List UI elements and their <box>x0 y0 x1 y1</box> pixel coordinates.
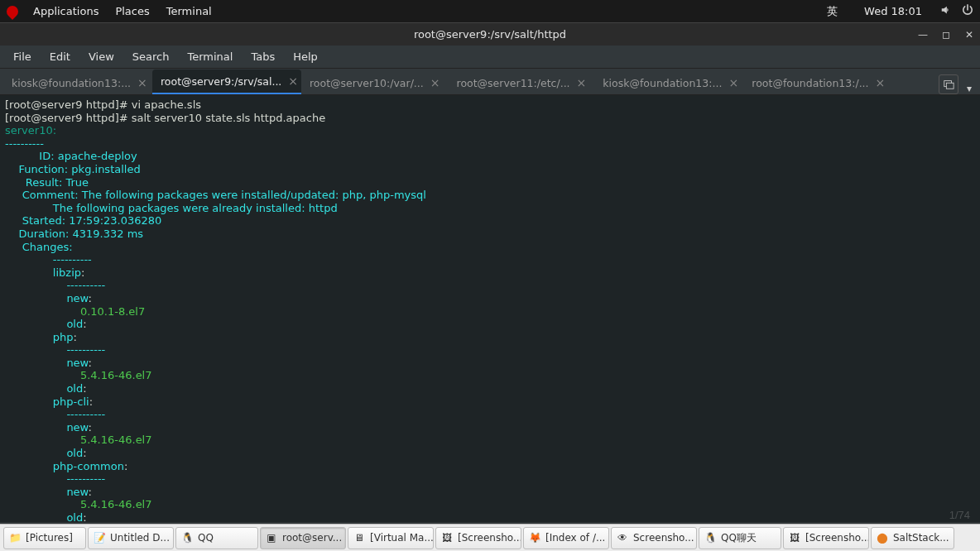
firefox-icon: ⬤ <box>876 531 889 544</box>
terminal-tabstrip: kiosk@foundation13:...× root@server9:/sr… <box>0 69 980 95</box>
close-icon[interactable]: × <box>728 76 738 89</box>
taskbar: 📁[Pictures] 📝Untitled D... 🐧QQ ▣root@ser… <box>0 524 980 551</box>
terminal-tab[interactable]: root@server11:/etc/...× <box>449 71 595 94</box>
menu-file[interactable]: File <box>5 47 40 66</box>
ime-indicator[interactable]: 英 <box>819 4 846 19</box>
edit-icon: 📝 <box>93 531 106 544</box>
close-button[interactable]: ✕ <box>963 29 975 41</box>
task-item[interactable]: 🐧QQ聊天 <box>699 527 781 549</box>
image-icon: 🖼 <box>788 531 801 544</box>
new-tab-button[interactable] <box>939 74 958 94</box>
task-item[interactable]: 🖥[Virtual Ma... <box>348 527 434 549</box>
vm-icon: 🖥 <box>353 531 366 544</box>
close-icon[interactable]: × <box>876 76 886 89</box>
image-icon: 🖼 <box>440 531 454 544</box>
menu-terminal[interactable]: Terminal <box>179 47 241 66</box>
tab-menu-button[interactable]: ▾ <box>962 83 977 94</box>
close-icon[interactable]: × <box>577 76 587 89</box>
maximize-button[interactable]: ◻ <box>940 29 952 41</box>
power-icon[interactable] <box>962 4 973 18</box>
folder-icon: 📁 <box>8 531 22 544</box>
window-title: root@server9:/srv/salt/httpd <box>414 28 566 41</box>
terminal-tab[interactable]: kiosk@foundation13:...× <box>594 71 743 94</box>
window-titlebar: root@server9:/srv/salt/httpd — ◻ ✕ <box>0 22 980 46</box>
close-icon[interactable]: × <box>288 74 298 88</box>
svg-rect-1 <box>946 83 954 89</box>
redhat-logo-icon <box>4 3 21 20</box>
task-item[interactable]: ▣root@serv... <box>260 527 346 549</box>
terminal-icon: ▣ <box>265 531 278 544</box>
task-item[interactable]: 📁[Pictures] <box>3 527 86 549</box>
menubar: File Edit View Search Terminal Tabs Help <box>0 46 980 69</box>
clock[interactable]: Wed 18:01 <box>856 5 930 17</box>
terminal-tab[interactable]: root@foundation13:/...× <box>743 71 892 94</box>
menu-view[interactable]: View <box>80 47 122 66</box>
eye-icon: 👁 <box>616 531 629 544</box>
task-item[interactable]: 🖼[Screensho... <box>783 527 869 549</box>
watermark: 1/74 <box>949 509 970 521</box>
terminal-tab[interactable]: kiosk@foundation13:...× <box>3 71 152 94</box>
qq-icon: 🐧 <box>704 531 717 544</box>
task-item[interactable]: 🦊[Index of /... <box>523 527 609 549</box>
minimize-button[interactable]: — <box>917 29 929 41</box>
task-item[interactable]: 📝Untitled D... <box>88 527 174 549</box>
close-icon[interactable]: × <box>430 76 440 89</box>
terminal-output[interactable]: [root@server9 httpd]# vi apache.sls [roo… <box>0 95 980 522</box>
task-item[interactable]: 🖼[Screensho... <box>435 527 521 549</box>
close-icon[interactable]: × <box>137 76 147 89</box>
menu-tabs[interactable]: Tabs <box>243 47 283 66</box>
terminal-tab[interactable]: root@server10:/var/...× <box>301 71 449 94</box>
firefox-icon: 🦊 <box>528 531 541 544</box>
task-item[interactable]: 🐧QQ <box>175 527 258 549</box>
menu-edit[interactable]: Edit <box>41 47 79 66</box>
menu-help[interactable]: Help <box>285 47 326 66</box>
volume-icon[interactable] <box>940 4 952 18</box>
qq-icon: 🐧 <box>180 531 194 544</box>
terminal-tab[interactable]: root@server9:/srv/sal...× <box>152 69 301 94</box>
task-item[interactable]: 👁Screensho... <box>611 527 697 549</box>
applications-menu[interactable]: Applications <box>25 5 107 17</box>
task-item[interactable]: ⬤SaltStack... <box>871 527 954 549</box>
terminal-menu[interactable]: Terminal <box>158 5 220 17</box>
gnome-topbar: Applications Places Terminal 英 Wed 18:01 <box>0 0 980 22</box>
places-menu[interactable]: Places <box>107 5 157 17</box>
menu-search[interactable]: Search <box>124 47 178 66</box>
